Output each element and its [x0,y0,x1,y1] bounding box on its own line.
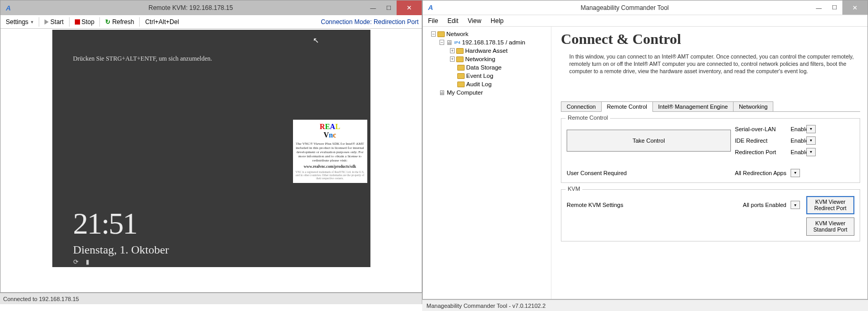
start-button[interactable]: Start [42,18,65,26]
lock-date: Dienstag, 1. Oktober [73,243,169,257]
play-icon [44,19,49,25]
consent-label: User Consent Required [567,170,731,176]
menubar: File Edit View Help [423,15,867,27]
redir-dropdown[interactable] [806,148,816,156]
divider [69,17,70,27]
lock-time: 21:51 [73,206,137,241]
tree-hardware[interactable]: +Hardware Asset [425,47,549,55]
expand-icon[interactable]: + [450,48,455,53]
vnc-link: www.realvnc.com/products/sdk [295,164,365,169]
expand-icon[interactable]: + [450,56,455,62]
tab-connection[interactable]: Connection [561,101,602,112]
lock-prompt: Drücken Sie STRG+ALT+ENTF, um sich anzum… [73,55,212,63]
stop-icon [75,19,80,25]
folder-icon [456,56,464,62]
kvm-settings-label: Remote KVM Settings [567,202,739,208]
tab-management-engine[interactable]: Intel® Management Engine [652,101,734,112]
computer-icon: 🖥 [438,89,445,97]
divider [139,17,140,27]
tree-mycomputer[interactable]: 🖥My Computer [425,88,549,97]
menu-edit[interactable]: Edit [447,17,458,25]
ease-icon: ⟳ [73,258,78,266]
sol-value: Enabled [791,126,802,132]
titlebar-kvm: A Remote KVM: 192.168.178.15 [1,1,422,15]
folder-icon [437,31,445,37]
lock-status-icons: ⟳▮ [73,258,89,266]
menu-file[interactable]: File [428,17,438,25]
folder-icon [457,73,465,79]
window-title: Remote KVM: 192.168.178.15 [16,4,365,11]
app-icon: A [4,3,13,13]
sol-label: Serial-over-LAN [735,126,786,132]
refresh-button[interactable]: ↻Refresh [103,18,136,26]
battery-icon: ▮ [86,258,89,266]
app-icon: A [426,3,435,13]
minimize-button[interactable] [365,1,381,15]
group-label: Remote Control [566,114,610,121]
kvm-viewer-standard-button[interactable]: KVM ViewerStandard Port [806,217,854,236]
vnc-text: The VNC® Viewer Plus SDK for Intel® AMT … [295,142,365,163]
ctrl-alt-del-button[interactable]: Ctrl+Alt+Del [143,18,181,26]
connection-mode-label: Connection Mode: Redirection Port [321,18,419,26]
status-text: Manageability Commander Tool - v7.0.1210… [426,303,546,309]
kvm-viewport[interactable]: Drücken Sie STRG+ALT+ENTF, um sich anzum… [1,29,422,292]
redir-label: Redirection Port [735,149,786,155]
page-description: In this window, you can connect to an In… [569,53,860,75]
ide-label: IDE Redirect [735,137,786,144]
folder-icon [456,48,464,54]
content-pane: Connect & Control In this window, you ca… [551,27,867,299]
tree-eventlog[interactable]: Event Log [425,72,549,80]
window-title: Manageability Commander Tool [438,4,811,11]
sol-dropdown[interactable] [806,125,816,133]
ide-value: Enabled [791,137,802,144]
settings-menu[interactable]: Settings [4,18,36,26]
ide-dropdown[interactable] [806,136,816,145]
tab-remote-control[interactable]: Remote Control [601,101,653,112]
tree-network[interactable]: −Network [425,30,549,38]
remote-control-group: Remote Control Serial-over-LAN Enabled T… [561,118,860,183]
collapse-icon[interactable]: − [439,40,444,45]
host-icon: 🖥 [446,39,453,47]
mouse-cursor-icon: ↖ [313,36,319,45]
statusbar: Manageability Commander Tool - v7.0.1210… [422,300,868,311]
close-button[interactable] [397,1,422,15]
divider [39,17,39,27]
consent-value: All Redirection Apps [735,170,786,176]
titlebar-commander: A Manageability Commander Tool [423,1,867,15]
refresh-icon: ↻ [105,18,110,26]
vnc-watermark: REALVnc The VNC® Viewer Plus SDK for Int… [293,120,367,183]
folder-icon [457,65,465,71]
remote-screen[interactable]: Drücken Sie STRG+ALT+ENTF, um sich anzum… [52,30,370,267]
tab-row: Connection Remote Control Intel® Managem… [561,101,860,112]
tree-auditlog[interactable]: Audit Log [425,80,549,88]
tree-networking[interactable]: +Networking [425,55,549,63]
consent-dropdown[interactable] [791,169,800,177]
kvm-settings-value: All ports Enabled [743,202,786,208]
vnc-footnote: VNC is a registered trademark of RealVNC… [295,170,365,180]
statusbar: Connected to 192.168.178.15 [0,293,422,304]
maximize-button[interactable] [827,1,842,15]
close-button[interactable] [842,1,867,15]
minimize-button[interactable] [811,1,827,15]
stop-button[interactable]: Stop [73,18,97,26]
status-text: Connected to 192.168.178.15 [3,296,79,302]
group-label: KVM [566,186,582,192]
divider [99,17,100,27]
folder-icon [457,82,465,87]
kvm-group: KVM Remote KVM Settings All ports Enable… [561,189,860,241]
menu-help[interactable]: Help [491,17,504,25]
redir-value: Enabled [791,149,802,155]
collapse-icon[interactable]: − [431,31,436,37]
tree-datastorage[interactable]: Data Storage [425,63,549,72]
kvm-settings-dropdown[interactable] [791,201,800,209]
kvm-toolbar: Settings Start Stop ↻Refresh Ctrl+Alt+De… [1,15,422,29]
tree-pane: −Network −🖥IP4192.168.178.15 / admin +Ha… [423,27,551,299]
menu-view[interactable]: View [468,17,481,25]
kvm-viewer-redirect-button[interactable]: KVM ViewerRedirect Port [806,196,854,214]
maximize-button[interactable] [381,1,397,15]
tree-host[interactable]: −🖥IP4192.168.178.15 / admin [425,38,549,47]
page-title: Connect & Control [561,31,860,48]
take-control-button[interactable]: Take Control [567,130,731,152]
realvnc-logo: REALVnc [295,123,365,140]
tab-networking[interactable]: Networking [733,101,773,112]
